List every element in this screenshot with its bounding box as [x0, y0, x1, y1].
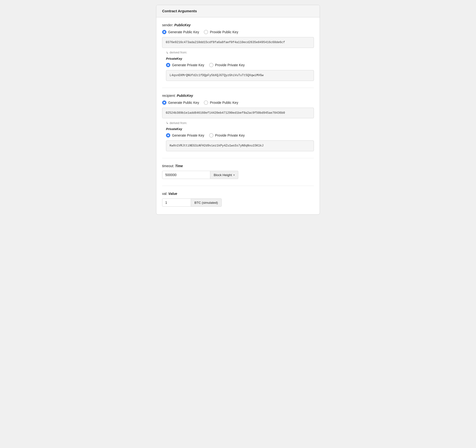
recipient-generate-public-key-radio[interactable]: [162, 100, 166, 105]
recipient-derived-label: ↳ derived from:: [166, 121, 314, 125]
sender-public-key-value: 0376e9216c473ada210dd15cdf8fa6a8faef0f4a…: [162, 37, 314, 48]
sender-generate-public-key-radio[interactable]: [162, 30, 166, 34]
recipient-derived-arrow: ↳: [166, 121, 169, 125]
sender-generate-private-key-option[interactable]: Generate Private Key: [166, 63, 204, 67]
sender-private-key-radio-group: Generate Private Key Provide Private Key: [166, 63, 314, 67]
sender-provide-public-key-radio[interactable]: [204, 30, 208, 34]
timeout-input-row: Block Height ▾: [162, 171, 314, 179]
panel-title: Contract Arguments: [162, 9, 197, 13]
contract-arguments-panel: Contract Arguments sender: PublicKey Gen…: [156, 5, 320, 215]
recipient-generate-public-key-option[interactable]: Generate Public Key: [162, 100, 199, 105]
val-unit-label: BTC (simulated): [191, 198, 222, 207]
sender-derived-label: ↳ derived from:: [166, 51, 314, 54]
recipient-public-key-value: 02524b389b1e1add846160ef14420eb471290ed1…: [162, 108, 314, 119]
sender-generate-private-key-radio[interactable]: [166, 63, 170, 67]
val-label: val: Value: [162, 192, 314, 196]
sender-private-key-value: L4qsnEKMrQNUfd2c1fDQpFy5bXQJGTQyzGhiVuTu…: [166, 70, 314, 81]
recipient-block: recipient: PublicKey Generate Public Key…: [162, 94, 314, 152]
divider-3: [162, 186, 314, 186]
val-input-row: BTC (simulated): [162, 198, 314, 207]
panel-header: Contract Arguments: [156, 5, 320, 17]
sender-public-key-radio-group: Generate Public Key Provide Public Key: [162, 30, 314, 34]
recipient-public-key-radio-group: Generate Public Key Provide Public Key: [162, 100, 314, 105]
val-block: val: Value BTC (simulated): [162, 192, 314, 207]
sender-derived-block: ↳ derived from: PrivateKey Generate Priv…: [162, 51, 314, 81]
sender-derived-arrow: ↳: [166, 51, 169, 54]
timeout-block: timeout: Time Block Height ▾: [162, 164, 314, 179]
divider-2: [162, 158, 314, 158]
recipient-private-key-type-label: PrivateKey: [166, 127, 314, 131]
chevron-down-icon: ▾: [233, 174, 235, 176]
sender-label: sender: PublicKey: [162, 23, 314, 27]
recipient-provide-public-key-option[interactable]: Provide Public Key: [204, 100, 238, 105]
panel-body: sender: PublicKey Generate Public Key Pr…: [156, 17, 320, 214]
recipient-provide-public-key-radio[interactable]: [204, 100, 208, 105]
timeout-input[interactable]: [162, 171, 210, 179]
recipient-generate-private-key-radio[interactable]: [166, 133, 170, 138]
sender-provide-private-key-radio[interactable]: [209, 63, 213, 67]
recipient-provide-private-key-option[interactable]: Provide Private Key: [209, 133, 245, 138]
sender-generate-public-key-option[interactable]: Generate Public Key: [162, 30, 199, 34]
recipient-label: recipient: PublicKey: [162, 94, 314, 98]
val-input[interactable]: [162, 198, 191, 207]
sender-provide-private-key-option[interactable]: Provide Private Key: [209, 63, 245, 67]
recipient-derived-block: ↳ derived from: PrivateKey Generate Priv…: [162, 121, 314, 151]
sender-provide-public-key-option[interactable]: Provide Public Key: [204, 30, 238, 34]
recipient-private-key-value: KwXn1VRJttiNEG3zAFH2d9viez1kPy4Zu1wsSs7y…: [166, 140, 314, 151]
divider-1: [162, 88, 314, 88]
recipient-private-key-radio-group: Generate Private Key Provide Private Key: [166, 133, 314, 138]
recipient-generate-private-key-option[interactable]: Generate Private Key: [166, 133, 204, 138]
sender-private-key-type-label: PrivateKey: [166, 57, 314, 60]
block-height-dropdown-button[interactable]: Block Height ▾: [210, 171, 238, 179]
timeout-label: timeout: Time: [162, 164, 314, 168]
sender-block: sender: PublicKey Generate Public Key Pr…: [162, 23, 314, 81]
recipient-provide-private-key-radio[interactable]: [209, 133, 213, 138]
